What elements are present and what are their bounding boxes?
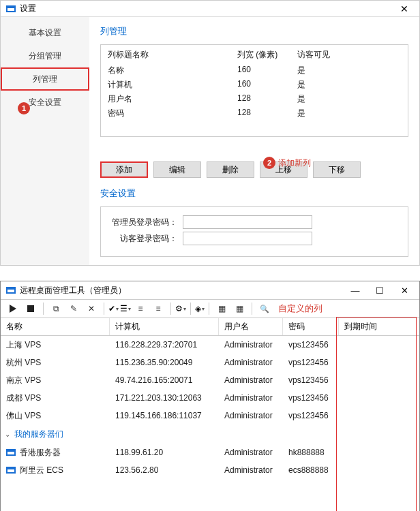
stop-button[interactable]: [22, 301, 39, 316]
search-button[interactable]: [256, 301, 273, 316]
grid-header: 名称 计算机 用户名 密码 到期时间: [1, 318, 419, 336]
align-left-button[interactable]: [132, 301, 149, 316]
table-row[interactable]: 香港服务器 118.99.61.20 Administrator hk88888…: [1, 444, 419, 461]
list-dropdown[interactable]: ▾: [120, 304, 131, 313]
nav-basic[interactable]: 基本设置: [1, 21, 89, 44]
close-button[interactable]: ✕: [392, 1, 417, 16]
settings-title: 设置: [20, 3, 36, 14]
locate-dropdown[interactable]: ▾: [195, 304, 205, 313]
delete-entry-button[interactable]: [83, 301, 100, 316]
table-row[interactable]: 成都 VPS 171.221.203.130:12063 Administrat…: [1, 389, 419, 407]
hdr-name[interactable]: 名称: [1, 318, 110, 335]
columns-row[interactable]: 名称 160 是: [101, 63, 408, 78]
main-title: 远程桌面管理工具（管理员）: [20, 285, 126, 296]
table-row[interactable]: 杭州 VPS 115.236.35.90:20049 Administrator…: [1, 354, 419, 371]
hdr-pass[interactable]: 密码: [283, 318, 339, 335]
hdr-user[interactable]: 用户名: [219, 318, 283, 335]
table-row[interactable]: 上海 VPS 116.228.229.37:20701 Administrato…: [1, 336, 419, 354]
grid-3x3-button[interactable]: [231, 301, 247, 316]
group-label: 我的服务器们: [14, 429, 63, 440]
admin-pw-label: 管理员登录密码：: [108, 217, 183, 228]
columns-row[interactable]: 计算机 160 是: [101, 78, 408, 92]
maximize-button[interactable]: [368, 282, 392, 298]
hdr-expire[interactable]: 到期时间: [339, 318, 415, 335]
app-icon: [6, 287, 16, 294]
edit-button[interactable]: 编辑: [153, 161, 201, 178]
new-entry-button[interactable]: [48, 301, 64, 316]
edit-entry-button[interactable]: [65, 301, 82, 316]
settings-dropdown[interactable]: ▾: [175, 304, 186, 313]
table-row[interactable]: 阿里云 ECS 123.56.2.80 Administrator ecs888…: [1, 461, 419, 479]
annotation-custom-col: 自定义的列: [278, 303, 322, 315]
toolbar: ▾ ▾ ▾ ▾ 自定义的列: [1, 299, 419, 318]
movedown-button[interactable]: 下移: [313, 161, 361, 178]
settings-side-nav: 基本设置 分组管理 列管理 安全设置 1: [1, 17, 89, 265]
chevron-down-icon: ⌄: [5, 431, 10, 438]
security-box: 管理员登录密码： 访客登录密码：: [100, 206, 408, 257]
main-window: 远程桌面管理工具（管理员） ✕ ▾ ▾ ▾ ▾ 自定义的列 名称 计: [0, 281, 420, 511]
delete-button[interactable]: 删除: [207, 161, 254, 178]
group-row[interactable]: ⌄ 我的服务器们: [1, 424, 419, 444]
column-buttons: 添加 编辑 删除 上移 下移: [100, 161, 408, 178]
annotation-badge-1: 1: [18, 102, 30, 114]
window-controls: ✕: [343, 282, 417, 298]
app-icon: [6, 5, 16, 12]
columns-row[interactable]: 用户名 128 是: [101, 92, 408, 106]
columns-row[interactable]: 密码 128 是: [101, 106, 408, 121]
columns-header: 列标题名称 列宽 (像素) 访客可见: [101, 45, 408, 63]
table-row[interactable]: 佛山 VPS 119.145.166.186:11037 Administrat…: [1, 407, 419, 424]
annotation-badge-2: 2: [263, 157, 275, 169]
section-title-security: 安全设置: [100, 187, 408, 200]
nav-security[interactable]: 安全设置: [1, 91, 89, 114]
main-titlebar: 远程桌面管理工具（管理员） ✕: [1, 281, 419, 299]
guest-pw-label: 访客登录密码：: [108, 233, 183, 245]
guest-pw-input[interactable]: [183, 232, 312, 245]
add-button[interactable]: 添加: [100, 161, 148, 178]
settings-window: 设置 ✕ 上 杭 南 成 佛 基本设置 分组管理 列管理 安全设置 1 列管理 …: [0, 0, 420, 266]
grid-body: 上海 VPS 116.228.229.37:20701 Administrato…: [1, 336, 419, 511]
grid-2x2-button[interactable]: [213, 301, 230, 316]
server-icon: [6, 467, 16, 474]
server-icon: [6, 449, 16, 456]
section-title-column: 列管理: [100, 25, 408, 37]
admin-pw-input[interactable]: [183, 215, 312, 229]
align-right-button[interactable]: [150, 301, 166, 316]
hdr-computer[interactable]: 计算机: [110, 318, 219, 335]
settings-main-panel: 列管理 列标题名称 列宽 (像素) 访客可见 名称 160 是 计算机 160 …: [89, 17, 419, 265]
close-button[interactable]: ✕: [392, 282, 417, 298]
settings-titlebar: 设置 ✕: [1, 1, 419, 17]
connect-button[interactable]: [5, 301, 21, 316]
annotation-add-new-col: 2 添加新列: [263, 157, 311, 169]
table-row[interactable]: 南京 VPS 49.74.216.165:20071 Administrator…: [1, 371, 419, 389]
nav-group[interactable]: 分组管理: [1, 44, 89, 67]
columns-listbox[interactable]: 列标题名称 列宽 (像素) 访客可见 名称 160 是 计算机 160 是 用户…: [100, 44, 408, 137]
check-dropdown[interactable]: ▾: [108, 304, 119, 313]
minimize-button[interactable]: [343, 282, 368, 298]
nav-column[interactable]: 列管理: [1, 67, 89, 91]
